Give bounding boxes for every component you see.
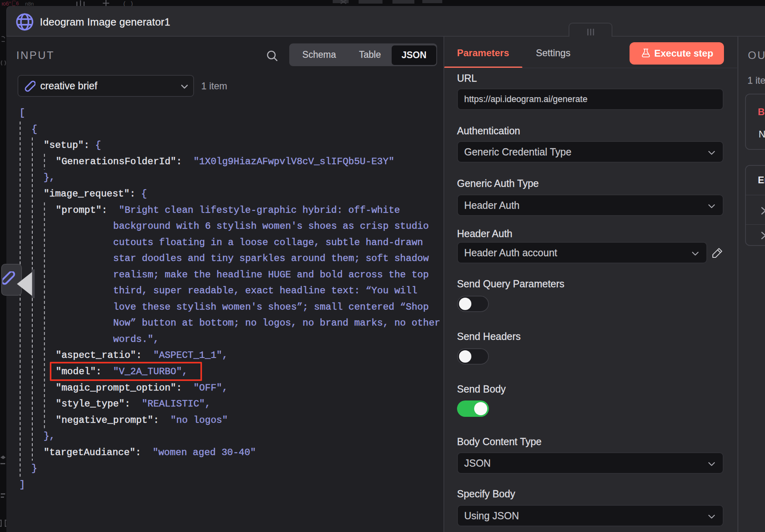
svg-text:ြ6: ြ6	[12, 0, 19, 6]
svg-text:( ): ( )	[123, 1, 133, 6]
svg-text:n8n: n8n	[25, 1, 34, 6]
svg-text:ю6°: ю6°	[2, 0, 11, 6]
